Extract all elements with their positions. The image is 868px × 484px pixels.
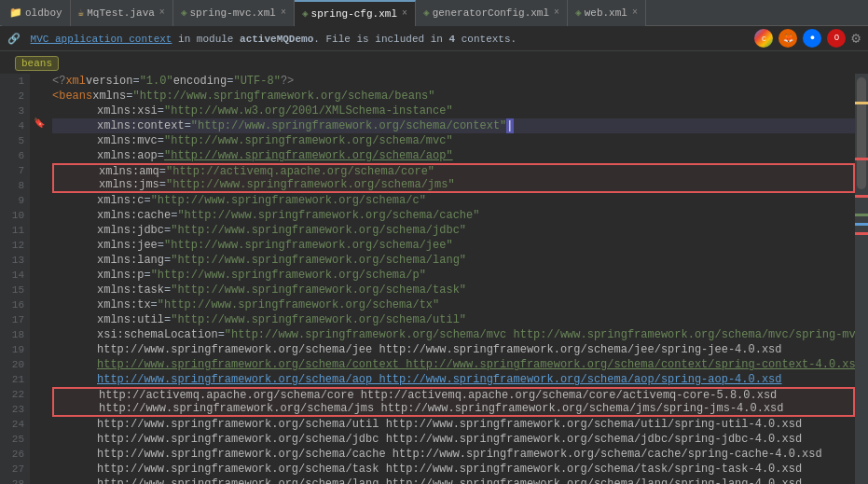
line-num: 8 [0,178,24,193]
code-line-18: xsi:schemaLocation="http://www.springfra… [52,327,855,342]
line-num: 16 [0,297,24,312]
line-icon-cell [30,471,48,484]
close-icon[interactable]: × [281,7,286,18]
line-icon-cell [30,456,48,470]
code-line-2: <beans xmlns="http://www.springframework… [52,89,855,104]
code-line-21: http://www.springframework.org/schema/ao… [52,372,855,387]
close-icon[interactable]: × [402,8,407,19]
code-line-19: http://www.springframework.org/schema/je… [52,342,855,357]
tab-label: oldboy [25,7,62,19]
line-num: 17 [0,312,24,327]
line-icon-cell [30,414,48,428]
line-icon-cell [30,428,48,442]
line-num: 26 [0,447,24,462]
beans-tag[interactable]: beans [15,56,59,71]
line-icon-cell [30,187,48,201]
code-line-23: http://www.springframework.org/schema/jm… [52,402,855,417]
code-line-27: http://www.springframework.org/schema/ta… [52,462,855,477]
code-line-4: xmlns:context="http://www.springframewor… [52,118,855,133]
info-text: in module activeMQDemo. File is included… [178,34,517,45]
tab-spring-cfg[interactable]: ◈ spring-cfg.xml × [295,0,416,26]
line-num: 6 [0,148,24,163]
code-line-5: xmlns:mvc="http://www.springframework.or… [52,133,855,148]
tab-label: spring-cfg.xml [311,8,397,20]
close-icon[interactable]: × [632,7,638,18]
beans-tag-container: beans [0,51,868,74]
line-icon-cell [30,258,48,272]
safari-icon[interactable]: ● [803,29,821,48]
line-num: 27 [0,462,24,477]
gear-icon[interactable]: ⚙ [851,29,861,48]
line-icon-cell [30,272,48,286]
folder-icon: 📁 [9,7,22,19]
code-area: 1 2 3 4 5 6 7 8 9 10 11 12 13 14 15 16 1… [0,74,868,484]
line-icon-cell [30,300,48,314]
code-line-8: xmlns:jms="http://www.springframework.or… [52,178,855,193]
line-icon-cell [30,229,48,243]
line-icon-cell [30,145,48,159]
tab-generator[interactable]: ◈ generatorConfig.xml × [416,0,568,26]
code-line-26: http://www.springframework.org/schema/ca… [52,447,855,462]
line-icon-cell [30,201,48,215]
code-line-17: xmlns:util="http://www.springframework.o… [52,312,855,327]
line-num: 5 [0,133,24,148]
tab-label: spring-mvc.xml [190,7,276,19]
line-num: 3 [0,104,24,118]
mvc-context-link[interactable]: MVC application context [31,34,172,45]
tab-mqtest[interactable]: ☕ MqTest.java × [71,0,173,26]
tab-label: MqTest.java [87,7,155,19]
line-icon-cell: 🔖 [30,117,48,131]
line-num: 12 [0,238,24,253]
line-num: 15 [0,283,24,297]
code-line-6: xmlns:aop="http://www.springframework.or… [52,148,855,163]
code-line-24: http://www.springframework.org/schema/ut… [52,417,855,432]
code-line-7: xmlns:amq="http://activemq.apache.org/sc… [52,163,855,178]
xml-icon: ◈ [181,7,187,19]
line-icon-cell [30,173,48,187]
line-icon-cell [30,442,48,456]
tab-spring-mvc[interactable]: ◈ spring-mvc.xml × [173,0,295,26]
line-icon-cell [30,243,48,257]
line-num: 25 [0,432,24,447]
code-line-25: http://www.springframework.org/schema/jd… [52,432,855,447]
line-icon-cell [30,343,48,357]
line-icons-column: 🔖 [30,74,48,484]
bookmark-icon[interactable]: 🔖 [34,118,45,129]
line-icon-cell [30,329,48,343]
line-icon-cell [30,159,48,173]
line-icon-cell [30,215,48,229]
opera-icon[interactable]: O [827,29,846,48]
line-icon-cell [30,385,48,399]
close-icon[interactable]: × [159,7,165,18]
code-line-14: xmlns:p="http://www.springframework.org/… [52,268,855,283]
code-line-16: xmlns:tx="http://www.springframework.org… [52,297,855,312]
firefox-icon[interactable]: 🦊 [778,29,797,48]
line-num: 22 [0,387,24,402]
xml-icon: ◈ [423,7,430,19]
code-line-15: xmlns:task="http://www.springframework.o… [52,283,855,297]
code-line-1: <?xml version="1.0" encoding="UTF-8"?> [52,74,855,89]
chrome-icon[interactable]: C [754,29,773,48]
code-line-22: http://activemq.apache.org/schema/core h… [52,387,855,402]
link-icon: 🔗 [7,34,21,45]
line-num: 14 [0,268,24,283]
tab-web[interactable]: ◈ web.xml × [568,0,646,26]
code-line-28: http://www.springframework.org/schema/la… [52,477,855,484]
line-num: 23 [0,402,24,417]
line-icon-cell [30,357,48,371]
line-icon-cell [30,102,48,116]
tab-label: web.xml [585,7,627,19]
line-num: 28 [0,477,24,484]
code-line-12: xmlns:jee="http://www.springframework.or… [52,238,855,253]
line-icon-cell [30,400,48,414]
line-num: 18 [0,327,24,342]
scrollbar[interactable] [855,74,868,484]
close-icon[interactable]: × [554,7,559,18]
code-line-10: xmlns:cache="http://www.springframework.… [52,208,855,223]
line-icon-cell [30,286,48,300]
tab-oldboy[interactable]: 📁 oldboy [2,0,71,26]
code-content[interactable]: <?xml version="1.0" encoding="UTF-8"?> <… [48,74,855,484]
line-icon-cell [30,131,48,145]
line-num: 9 [0,193,24,208]
line-numbers: 1 2 3 4 5 6 7 8 9 10 11 12 13 14 15 16 1… [0,74,30,484]
